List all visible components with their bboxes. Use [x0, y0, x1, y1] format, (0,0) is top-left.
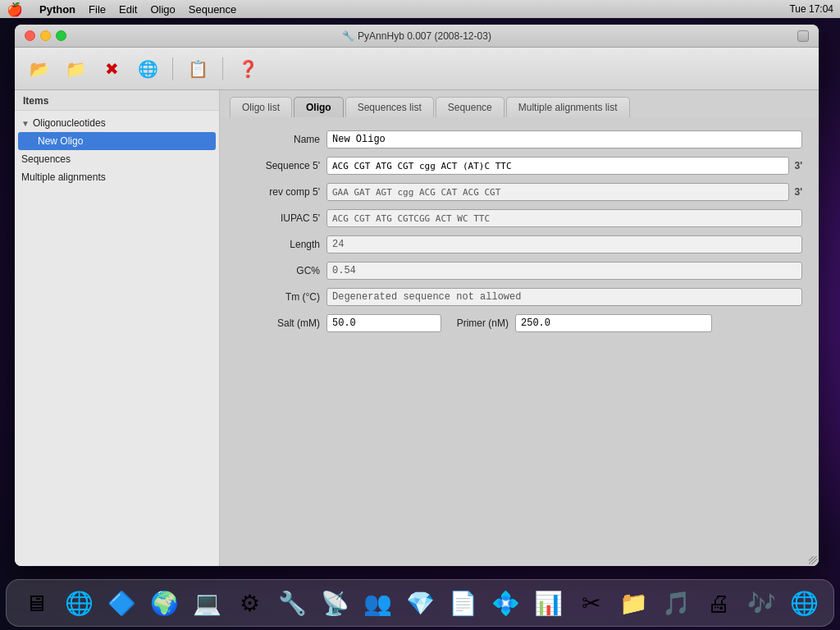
- menubar-right: Tue 17:04: [789, 3, 833, 15]
- menu-edit[interactable]: Edit: [119, 3, 137, 16]
- toolbar-separator: [172, 57, 173, 80]
- sidebar-item-new-oligo[interactable]: New Oligo: [18, 132, 216, 150]
- apple-menu[interactable]: 🍎: [7, 2, 23, 17]
- dock-icon-6[interactable]: ⚙: [230, 583, 269, 623]
- menu-sequence[interactable]: Sequence: [189, 3, 237, 16]
- resize-handle[interactable]: [806, 553, 819, 566]
- right-panel: Oligo list Oligo Sequences list Sequence…: [220, 90, 819, 566]
- title-bar: 🔧 PyAnnHyb 0.007 (2008-12-03): [15, 25, 819, 48]
- sequence-input[interactable]: [326, 157, 789, 175]
- app-window: 🔧 PyAnnHyb 0.007 (2008-12-03) 📂 📁 ✖ 🌐 📋 …: [15, 25, 819, 566]
- iupac-input[interactable]: [326, 209, 802, 227]
- menu-file[interactable]: File: [89, 3, 106, 16]
- sidebar-item-label-sequences: Sequences: [21, 153, 71, 165]
- dock-icon-11[interactable]: 📄: [443, 583, 482, 623]
- dock: 🖥 🌐 🔷 🌍 💻 ⚙ 🔧 📡 👥 💎 📄 💠 📊 ✂ 📁 🎵 🖨 🎶 🌐: [6, 579, 834, 627]
- salt-label: Salt (mM): [236, 317, 326, 329]
- dock-icon-16[interactable]: 🎵: [656, 583, 696, 623]
- salt-input[interactable]: [326, 314, 441, 332]
- dock-icon-10[interactable]: 💎: [400, 583, 440, 623]
- sequence-row: Sequence 5' 3': [236, 157, 802, 175]
- iupac-label: IUPAC 5': [236, 212, 326, 224]
- revcomp-row: rev comp 5' 3': [236, 183, 802, 201]
- dock-icon-5[interactable]: 💻: [187, 583, 226, 623]
- gc-row: GC%: [236, 262, 802, 280]
- menubar-time: Tue 17:04: [789, 3, 833, 15]
- iupac-row: IUPAC 5': [236, 209, 802, 227]
- dock-icon-19[interactable]: 🌐: [784, 583, 824, 623]
- toolbar-separator-2: [222, 57, 223, 80]
- content-panel: Name Sequence 5' 3' rev comp 5' 3': [220, 117, 819, 566]
- dock-icon-8[interactable]: 📡: [315, 583, 354, 623]
- sidebar-item-label: Oligonucleotides: [33, 117, 106, 129]
- toolbar: 📂 📁 ✖ 🌐 📋 ❓: [15, 48, 819, 90]
- expand-arrow: ▼: [21, 119, 30, 128]
- dock-icon-18[interactable]: 🎶: [742, 583, 781, 623]
- sidebar: Items ▼ Oligonucleotides New Oligo Seque…: [15, 90, 220, 566]
- info-button[interactable]: 📋: [183, 54, 212, 84]
- name-label: Name: [236, 134, 326, 145]
- delete-button[interactable]: ✖: [97, 54, 126, 84]
- tab-multiple-alignments-list[interactable]: Multiple alignments list: [506, 97, 630, 117]
- dock-icon-finder[interactable]: 🖥: [16, 583, 56, 623]
- sidebar-item-oligonucleotides[interactable]: ▼ Oligonucleotides: [15, 114, 219, 132]
- revcomp-suffix: 3': [794, 186, 802, 198]
- window-title: 🔧 PyAnnHyb 0.007 (2008-12-03): [342, 30, 491, 42]
- menu-bar: 🍎 Python File Edit Oligo Sequence Tue 17…: [0, 0, 840, 18]
- name-input[interactable]: [326, 130, 802, 148]
- close-button[interactable]: [25, 30, 35, 41]
- name-row: Name: [236, 130, 802, 148]
- dock-icon-14[interactable]: ✂: [571, 583, 610, 623]
- open-folder-button[interactable]: 📂: [25, 54, 54, 84]
- length-label: Length: [236, 239, 326, 250]
- dock-icon-15[interactable]: 📁: [614, 583, 653, 623]
- dock-icon-3[interactable]: 🔷: [102, 583, 141, 623]
- sidebar-item-sequences[interactable]: Sequences: [15, 150, 219, 168]
- main-content: Items ▼ Oligonucleotides New Oligo Seque…: [15, 90, 819, 566]
- sidebar-item-label-mult: Multiple alignments: [21, 171, 106, 183]
- window-resize-control[interactable]: [797, 30, 809, 42]
- menu-oligo[interactable]: Oligo: [150, 3, 175, 16]
- dock-icon-7[interactable]: 🔧: [272, 583, 312, 623]
- dock-icon-safari[interactable]: 🌐: [59, 583, 98, 623]
- maximize-button[interactable]: [56, 30, 66, 41]
- dock-icon-9[interactable]: 👥: [358, 583, 397, 623]
- sidebar-header: Items: [15, 90, 219, 111]
- folder-button[interactable]: 📁: [61, 54, 90, 84]
- tm-row: Tm (°C): [236, 288, 802, 306]
- sidebar-item-label-new-oligo: New Oligo: [38, 135, 83, 147]
- dock-icon-17[interactable]: 🖨: [699, 583, 738, 623]
- tm-input[interactable]: [326, 288, 802, 306]
- tab-sequence[interactable]: Sequence: [436, 97, 504, 117]
- help-button[interactable]: ❓: [233, 54, 262, 84]
- primer-input[interactable]: [515, 314, 712, 332]
- length-input[interactable]: [326, 235, 802, 253]
- tab-sequences-list[interactable]: Sequences list: [345, 97, 434, 117]
- length-row: Length: [236, 235, 802, 253]
- minimize-button[interactable]: [40, 30, 51, 41]
- revcomp-label: rev comp 5': [236, 186, 326, 198]
- sidebar-tree: ▼ Oligonucleotides New Oligo Sequences M…: [15, 111, 219, 566]
- gc-label: GC%: [236, 265, 326, 276]
- dock-icon-12[interactable]: 💠: [486, 583, 525, 623]
- tab-bar: Oligo list Oligo Sequences list Sequence…: [220, 90, 819, 117]
- dock-icon-13[interactable]: 📊: [528, 583, 568, 623]
- menu-python[interactable]: Python: [39, 3, 75, 16]
- tab-oligo-list[interactable]: Oligo list: [230, 97, 292, 117]
- primer-label: Primer (nM): [441, 317, 515, 329]
- sidebar-item-multiple-alignments[interactable]: Multiple alignments: [15, 168, 219, 186]
- gc-input[interactable]: [326, 262, 802, 280]
- tab-oligo[interactable]: Oligo: [294, 97, 344, 117]
- tm-label: Tm (°C): [236, 291, 326, 303]
- web-button[interactable]: 🌐: [133, 54, 162, 84]
- sequence-label: Sequence 5': [236, 160, 326, 171]
- traffic-lights: [25, 30, 66, 41]
- salt-primer-row: Salt (mM) Primer (nM): [236, 314, 802, 332]
- revcomp-input[interactable]: [326, 183, 789, 201]
- sequence-suffix: 3': [794, 160, 802, 171]
- dock-icon-4[interactable]: 🌍: [144, 583, 184, 623]
